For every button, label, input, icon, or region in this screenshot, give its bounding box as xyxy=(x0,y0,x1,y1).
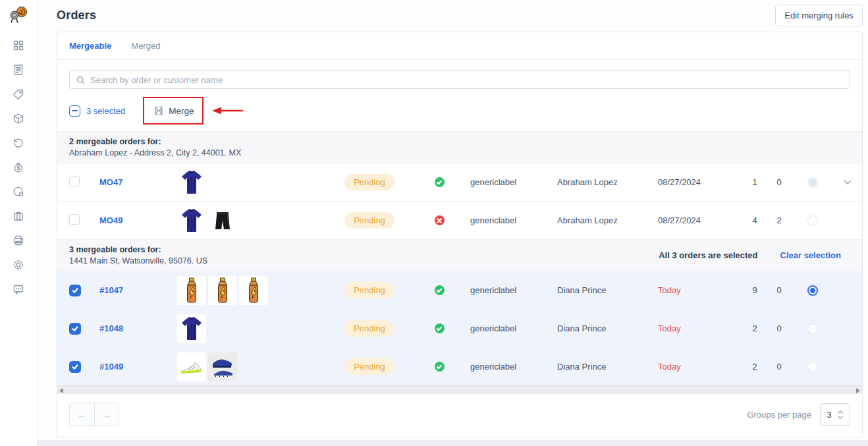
all-selected-note: All 3 orders are selected xyxy=(659,250,757,260)
item-count: 1 xyxy=(744,177,766,187)
sidebar xyxy=(0,0,38,446)
sidebar-item-support[interactable] xyxy=(13,283,24,295)
sidebar-item-dashboard[interactable] xyxy=(13,40,24,51)
sidebar-item-products-tag[interactable] xyxy=(13,88,24,100)
tab-mergeable[interactable]: Mergeable xyxy=(69,41,111,51)
groups-per-page-input-wrap xyxy=(820,403,850,426)
order-link[interactable]: #1049 xyxy=(99,362,123,372)
order-link[interactable]: #1048 xyxy=(99,323,123,333)
page-header: Orders Edit merging rules xyxy=(38,0,868,30)
item-count: 2 xyxy=(744,362,766,372)
group-address: Abraham Lopez - Address 2, City 2, 44001… xyxy=(69,148,241,157)
sidebar-item-orders[interactable] xyxy=(13,64,24,76)
horizontal-scrollbar[interactable] xyxy=(57,385,862,394)
chevron-down-icon[interactable] xyxy=(844,180,852,185)
carrier-name: genericlabel xyxy=(459,215,546,225)
customer-name: Abraham Lopez xyxy=(546,215,647,225)
customer-name: Diana Prince xyxy=(546,323,647,333)
status-badge: Pending xyxy=(344,282,394,298)
primary-order-radio[interactable] xyxy=(807,215,818,226)
status-badge: Pending xyxy=(344,320,394,337)
group-title: 3 mergeable orders for: xyxy=(69,245,207,254)
order-link[interactable]: MO47 xyxy=(99,177,122,187)
customer-name: Diana Prince xyxy=(546,362,647,372)
status-badge: Pending xyxy=(344,212,394,229)
sidebar-item-analytics[interactable] xyxy=(13,186,24,198)
primary-order-radio[interactable] xyxy=(807,323,818,334)
item-count: 9 xyxy=(744,285,766,295)
row-checkbox[interactable] xyxy=(69,176,80,186)
label-error-icon xyxy=(435,215,445,225)
edit-merging-rules-button[interactable]: Edit merging rules xyxy=(775,5,863,26)
row-checkbox[interactable] xyxy=(69,214,80,225)
search-input[interactable] xyxy=(90,75,843,85)
next-page-button[interactable]: → xyxy=(94,403,119,426)
status-badge: Pending xyxy=(344,174,394,190)
orders-card: Mergeable Merged 3 selected Merge xyxy=(57,32,863,437)
carrier-name: genericlabel xyxy=(459,285,546,295)
row-checkbox-checked[interactable] xyxy=(69,285,81,296)
order-row-mo47: MO47 Pending genericlabel Abraham Lopez … xyxy=(57,163,862,201)
product-thumb-bottle xyxy=(177,276,206,305)
scrollbar-left-arrow-icon[interactable] xyxy=(59,388,63,393)
groups-per-page-input[interactable] xyxy=(821,410,838,420)
item-count: 4 xyxy=(744,215,766,225)
scrollbar-right-arrow-icon[interactable] xyxy=(856,388,860,393)
product-thumb-bottle xyxy=(208,276,237,305)
search-icon xyxy=(76,76,85,84)
secondary-count: 0 xyxy=(766,362,792,372)
label-success-icon xyxy=(435,323,445,333)
primary-order-radio[interactable] xyxy=(807,177,818,188)
order-row-1047: #1047 Pending genericlabel Diana Prince … xyxy=(57,271,862,309)
merge-group-header: 2 mergeable orders for: Abraham Lopez - … xyxy=(57,131,862,163)
tab-bar: Mergeable Merged xyxy=(57,32,862,60)
product-thumb-jersey xyxy=(177,206,206,235)
product-thumb-bottle xyxy=(239,276,268,305)
row-checkbox-checked[interactable] xyxy=(69,323,81,335)
annotation-arrow xyxy=(210,106,244,115)
merge-button-label: Merge xyxy=(169,106,194,116)
sidebar-item-returns[interactable] xyxy=(13,137,24,149)
label-success-icon xyxy=(435,177,445,187)
order-row-mo49: MO49 Pending genericlabel Abraham Lopez … xyxy=(57,201,862,239)
product-thumb-shoe-blue xyxy=(208,352,237,381)
order-date: Today xyxy=(647,323,744,333)
order-row-1049: #1049 Pending genericlabel Diana Prince … xyxy=(57,347,862,385)
merge-button[interactable]: Merge xyxy=(151,101,196,120)
primary-order-radio[interactable] xyxy=(807,362,818,372)
carrier-name: genericlabel xyxy=(459,323,546,333)
number-stepper[interactable] xyxy=(838,410,844,419)
label-success-icon xyxy=(435,285,445,295)
row-checkbox-checked[interactable] xyxy=(69,361,81,373)
group-title: 2 mergeable orders for: xyxy=(69,137,241,146)
clear-selection-link[interactable]: Clear selection xyxy=(780,250,842,260)
secondary-count: 2 xyxy=(766,215,792,225)
page-title: Orders xyxy=(57,9,96,22)
group-address: 1441 Main St, Watsonville, 95076. US xyxy=(69,256,207,265)
sidebar-item-settings[interactable] xyxy=(13,259,24,271)
sidebar-item-inventory-box[interactable] xyxy=(13,113,24,125)
merge-group-header: 3 mergeable orders for: 1441 Main St, Wa… xyxy=(57,239,862,271)
select-all-indeterminate-checkbox[interactable] xyxy=(69,105,80,117)
prev-page-button[interactable]: ← xyxy=(70,403,94,426)
product-thumb-jersey xyxy=(177,314,206,343)
pagination-bar: ← → Groups per page xyxy=(57,394,862,437)
product-thumb-shorts xyxy=(208,206,237,235)
sidebar-item-billing[interactable] xyxy=(13,161,24,173)
primary-order-radio-selected[interactable] xyxy=(807,285,818,296)
order-date: Today xyxy=(647,362,744,372)
search-box xyxy=(69,70,850,89)
app-logo-ram-icon[interactable] xyxy=(7,5,30,25)
customer-name: Abraham Lopez xyxy=(546,177,647,187)
order-link[interactable]: #1047 xyxy=(99,285,123,295)
carrier-name: genericlabel xyxy=(459,362,546,372)
customer-name: Diana Prince xyxy=(546,285,647,295)
selection-bar: 3 selected Merge xyxy=(69,99,850,123)
product-thumb-jersey xyxy=(177,168,206,197)
order-date: 08/27/2024 xyxy=(647,215,744,225)
sidebar-item-library[interactable] xyxy=(13,210,24,222)
order-link[interactable]: MO49 xyxy=(99,215,122,225)
tab-merged[interactable]: Merged xyxy=(131,41,160,51)
secondary-count: 0 xyxy=(766,323,792,333)
sidebar-item-printer[interactable] xyxy=(13,235,24,246)
